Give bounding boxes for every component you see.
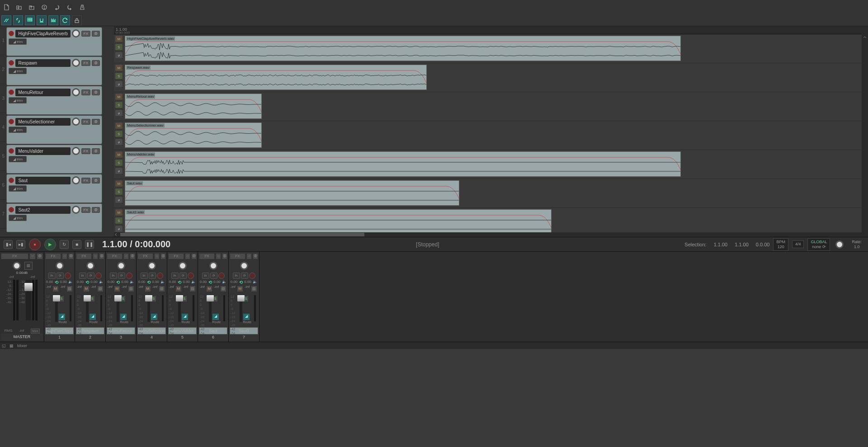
strip-phase-button[interactable]: ⦿ [68,253,74,259]
strip-pan-knob[interactable] [240,262,248,270]
strip-route-button[interactable]: Route [90,320,95,324]
phase-button[interactable]: ø [115,138,123,146]
timesig-box[interactable]: 4/4 [792,240,804,248]
fx-button[interactable]: FX [81,31,90,37]
arrange-track-lane[interactable]: M S ø Saut.wav [114,179,862,208]
track-header[interactable]: Respawn FX ⦿ ◢ trim [6,56,102,85]
strip-input-button[interactable]: in [171,273,179,279]
strip-monitor-button[interactable]: ⟳ [179,273,187,279]
strip-env-button[interactable]: ▧ [97,286,104,292]
master-pan-knob[interactable] [13,262,21,270]
selection-end[interactable]: 1.1.00 [735,242,749,247]
pan-knob[interactable] [72,206,80,214]
play-button[interactable]: ▶ [44,239,56,250]
strip-bypass-button[interactable]: ○ [216,253,221,259]
strip-env-button[interactable]: ▧ [128,286,134,292]
arrange-track-lane[interactable]: M S ø MenuRetour.wav [114,92,862,121]
media-item[interactable]: MenuRetour.wav [125,94,262,119]
fx-bypass-button[interactable]: ⦿ [92,31,100,37]
strip-recarm-button[interactable] [218,273,225,279]
solo-button[interactable]: S [115,188,123,195]
strip-number[interactable]: 2 [76,334,104,341]
trim-button[interactable]: ◢ trim [9,127,27,133]
strip-pan-knob[interactable] [117,262,125,270]
mute-button[interactable]: M [115,93,123,100]
goto-start-button[interactable]: ▮◂ [4,240,13,249]
track-header[interactable]: HighFiveClapAveReverb FX ⦿ ◢ trim [6,27,102,56]
time-display[interactable]: 1.1.00 / 0:00.000 [102,239,170,249]
pan-knob[interactable] [72,29,80,38]
strip-fader[interactable] [147,295,150,322]
strip-fx-button[interactable]: FX [199,253,215,259]
mute-button[interactable]: M [115,35,123,42]
strip-fx-button[interactable]: FX [76,253,92,259]
solo-button[interactable]: S [115,130,123,137]
record-arm-button[interactable] [9,119,14,124]
fx-bypass-button[interactable]: ⦿ [92,148,100,154]
arrange-track-lane[interactable]: M S ø MenuValider.wav [114,150,862,179]
strip-number[interactable]: 6 [199,334,227,341]
phase-button[interactable]: ø [115,80,123,88]
track-number[interactable]: 1 [0,26,6,55]
trim-button[interactable]: ◢ trim [9,185,27,192]
strip-input-button[interactable]: in [110,273,117,279]
fx-button[interactable]: FX [81,148,90,154]
strip-bypass-button[interactable]: ○ [62,253,67,259]
scrollbar-thumb[interactable] [120,233,364,236]
strip-phase-button[interactable]: ⦿ [99,253,104,259]
arrange-view[interactable]: 1.1.00 0:00.000 M S ø HighFiveClapAveRev… [114,26,862,237]
media-item[interactable]: Saut.wav [125,180,459,206]
strip-fx-button[interactable]: FX [137,253,153,259]
strip-phase-button[interactable]: ⦿ [160,253,166,259]
strip-pan-knob[interactable] [179,262,187,270]
trim-button[interactable]: ◢ trim [9,215,27,221]
selection-start[interactable]: 1.1.00 [714,242,728,247]
strip-route-button[interactable]: Route [59,320,64,324]
master-mono-button[interactable]: ⦿ [37,253,43,259]
phase-button[interactable]: ø [115,52,123,59]
strip-mute-button[interactable]: M [52,286,59,292]
strip-monitor-button[interactable]: ⟳ [87,273,94,279]
fx-button[interactable]: FX [81,60,90,66]
strip-mute-button[interactable]: M [175,286,182,292]
fx-button[interactable]: FX [81,119,90,125]
solo-button[interactable]: S [115,72,123,80]
midi-editor-button[interactable] [48,15,58,25]
strip-fader[interactable] [240,295,242,322]
fx-bypass-button[interactable]: ⦿ [92,207,100,213]
strip-pan-knob[interactable] [148,262,156,270]
track-number[interactable]: 2 [0,55,6,84]
pan-knob[interactable] [72,88,80,96]
track-number[interactable]: 4 [0,113,6,142]
strip-fx-button[interactable]: FX [168,253,184,259]
strip-monitor-button[interactable]: ⟳ [149,273,156,279]
strip-fader[interactable] [178,295,181,322]
strip-fader[interactable] [209,295,212,322]
strip-monitor-button[interactable]: ⟳ [241,273,248,279]
strip-send-button[interactable]: ◢ [243,314,250,320]
fx-button[interactable]: FX [81,178,90,184]
strip-fader[interactable] [86,295,89,322]
strip-input-button[interactable]: in [141,273,148,279]
track-header[interactable]: Saut FX ⦿ ◢ trim [6,174,102,203]
strip-send-button[interactable]: ◢ [90,314,96,320]
master-fader[interactable] [26,280,31,320]
track-name-field[interactable]: Saut2 [15,206,70,214]
media-item[interactable]: MenuValider.wav [125,151,681,177]
arrange-track-lane[interactable]: M S ø HighFiveClapAveReverb.wav [114,34,862,63]
metronome-icon[interactable] [78,3,86,11]
track-manager-icon[interactable]: ◱ [2,343,6,348]
record-arm-button[interactable] [9,89,14,95]
phase-button[interactable]: ø [115,167,123,174]
mute-button[interactable]: M [115,180,123,187]
record-arm-button[interactable] [9,148,14,154]
strip-route-button[interactable]: Route [182,320,187,324]
trim-button[interactable]: ◢ trim [9,68,27,74]
strip-pan-knob[interactable] [209,262,217,270]
record-arm-button[interactable] [9,31,14,36]
lock-button[interactable] [72,15,82,25]
pan-knob[interactable] [72,147,80,155]
mute-button[interactable]: M [115,209,123,216]
strip-mute-button[interactable]: M [114,286,120,292]
pause-button[interactable]: ❚❚ [85,240,94,249]
